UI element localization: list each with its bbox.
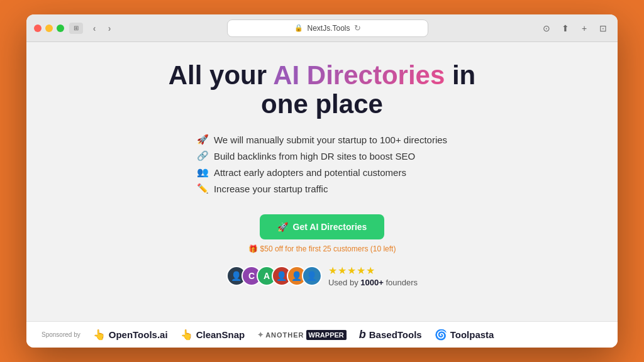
url-text: NextJs.Tools	[307, 24, 350, 33]
feature-item: ✏️ Increase your startup traffic	[197, 183, 447, 194]
sparkle-icon: ✦	[257, 331, 264, 339]
nav-arrows: ‹ ›	[88, 22, 116, 35]
cta-button-icon: 🚀	[277, 222, 288, 232]
refresh-icon[interactable]: ↻	[354, 23, 361, 33]
discount-icon: 🎁	[248, 244, 258, 253]
feature-item: 🔗 Build backlinks from high DR sites to …	[197, 150, 447, 162]
sponsor-anotherwrapper[interactable]: ✦ ANOTHER WRAPPER	[257, 330, 347, 340]
sponsor-opentools[interactable]: 👆 OpenTools.ai	[93, 329, 168, 341]
directories-text: Directories	[307, 60, 445, 90]
cta-button-label: Get AI Directories	[293, 222, 367, 232]
toolpasta-name: Toolpasta	[450, 329, 494, 340]
avatar-6: 👤	[302, 266, 322, 286]
feature-text-1: We will manually submit your startup to …	[214, 134, 447, 145]
toolpasta-icon: 🌀	[435, 329, 447, 341]
basedtools-icon: b	[359, 328, 366, 341]
founder-count: 1000+	[360, 278, 384, 287]
another-text: ANOTHER	[265, 331, 304, 339]
sidebar-icon[interactable]: ⊡	[596, 21, 610, 35]
ai-text: AI	[273, 60, 307, 90]
opentools-icon: 👆	[93, 329, 106, 341]
avatar-group: 👤 C A 👤 👤 👤	[226, 266, 322, 286]
feature-icon-3: 👥	[197, 167, 209, 178]
wrapper-text: WRAPPER	[306, 330, 347, 340]
browser-chrome: ⊞ ‹ › 🔒 NextJs.Tools ↻ ⊙ ⬆ + ⊡	[26, 14, 618, 42]
sponsors-bar: Sponsored by 👆 OpenTools.ai 👆 CleanSnap …	[26, 321, 618, 348]
minimize-button[interactable]	[45, 25, 53, 32]
headline-in: in	[445, 60, 475, 90]
used-by-text: Used by 1000+ founders	[328, 278, 418, 287]
share-icon[interactable]: ⬆	[558, 21, 572, 35]
traffic-lights	[34, 25, 64, 32]
sponsor-basedtools[interactable]: b BasedTools	[359, 328, 422, 341]
main-headline: All your AI Directories in one place	[169, 61, 476, 119]
feature-text-4: Increase your startup traffic	[214, 184, 328, 194]
headline-oneplace: one place	[261, 89, 383, 119]
maximize-button[interactable]	[57, 25, 64, 32]
feature-icon-1: 🚀	[197, 134, 209, 145]
feature-icon-4: ✏️	[197, 183, 209, 194]
browser-window: ⊞ ‹ › 🔒 NextJs.Tools ↻ ⊙ ⬆ + ⊡ All your …	[26, 14, 618, 348]
browser-actions: ⊙ ⬆ + ⊡	[540, 21, 610, 35]
features-list: 🚀 We will manually submit your startup t…	[197, 134, 447, 199]
back-button[interactable]: ‹	[88, 22, 101, 35]
sponsor-cleansnap[interactable]: 👆 CleanSnap	[180, 329, 245, 341]
social-proof: 👤 C A 👤 👤 👤 ★★★★★ Used by 1000+ founders	[226, 265, 418, 287]
feature-item: 🚀 We will manually submit your startup t…	[197, 134, 447, 145]
feature-icon-2: 🔗	[197, 150, 209, 162]
sponsor-toolpasta[interactable]: 🌀 Toolpasta	[435, 329, 494, 341]
feature-item: 👥 Attract early adopters and potential c…	[197, 167, 447, 178]
account-icon[interactable]: ⊙	[540, 21, 553, 35]
new-tab-icon[interactable]: +	[577, 21, 591, 35]
discount-text-content: $50 off for the first 25 customers (10 l…	[260, 244, 396, 253]
close-button[interactable]	[34, 25, 42, 32]
opentools-name: OpenTools.ai	[109, 329, 168, 340]
sponsored-by-label: Sponsored by	[42, 331, 80, 338]
forward-button[interactable]: ›	[103, 22, 116, 35]
cleansnap-name: CleanSnap	[196, 329, 245, 340]
get-ai-directories-button[interactable]: 🚀 Get AI Directories	[260, 214, 385, 239]
lock-icon: 🔒	[294, 24, 303, 32]
headline-part1: All your	[169, 60, 273, 90]
page-content: All your AI Directories in one place 🚀 W…	[26, 42, 618, 321]
feature-text-3: Attract early adopters and potential cus…	[214, 167, 406, 178]
cleansnap-icon: 👆	[180, 329, 193, 341]
discount-banner: 🎁 $50 off for the first 25 customers (10…	[248, 244, 396, 253]
address-bar-container: 🔒 NextJs.Tools ↻	[121, 19, 535, 37]
window-tile-button[interactable]: ⊞	[69, 23, 83, 34]
founder-suffix: founders	[384, 278, 418, 287]
feature-text-2: Build backlinks from high DR sites to bo…	[214, 151, 415, 162]
address-bar[interactable]: 🔒 NextJs.Tools ↻	[227, 19, 428, 37]
cta-section: 🚀 Get AI Directories 🎁 $50 off for the f…	[248, 214, 396, 253]
used-by-prefix: Used by	[328, 278, 360, 287]
rating-info: ★★★★★ Used by 1000+ founders	[328, 265, 418, 287]
star-rating: ★★★★★	[328, 265, 418, 277]
basedtools-name: BasedTools	[369, 329, 422, 340]
